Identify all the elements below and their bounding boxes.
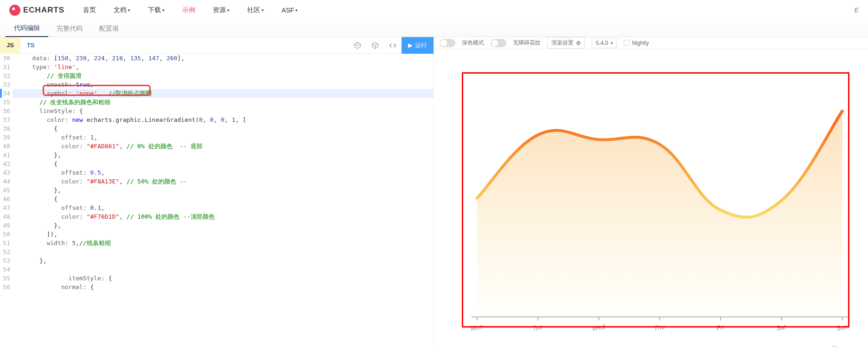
nav-item[interactable]: 文档▾	[114, 6, 130, 14]
code-line: normal: {	[13, 283, 434, 291]
run-label: 运行	[415, 41, 427, 50]
box-icon[interactable]	[366, 37, 384, 54]
nav-item[interactable]: 资源▾	[213, 6, 230, 14]
chart-annotation-box	[462, 72, 849, 328]
code-line: // 改变线条的颜色和粗细	[13, 98, 434, 107]
code-line: },	[13, 256, 434, 265]
code-line: {	[13, 124, 434, 133]
render-setting-label: 渲染设置	[551, 39, 574, 47]
code-line	[13, 265, 434, 274]
gear-icon: ⚙	[576, 40, 581, 46]
main: JS TS ▶ 运行 30313233343536373839404142434…	[0, 37, 868, 347]
code-line: color: "#F76D1D", // 100% 处的颜色 --顶部颜色	[13, 212, 434, 221]
code-line: width: 5,//线条粗细	[13, 239, 434, 247]
dark-mode-label: 深色模式	[462, 39, 484, 47]
version-label: 5.4.0	[596, 40, 608, 46]
nav-item[interactable]: 社区▾	[247, 6, 264, 14]
lang-tab-js[interactable]: JS	[0, 37, 20, 54]
chevron-down-icon: ▾	[128, 8, 130, 13]
code-line: ]),	[13, 230, 434, 239]
code-line: },	[13, 151, 434, 159]
code-line: color: "#F8A13E", // 50% 处的颜色 --	[13, 177, 434, 186]
code-line: offset: 1,	[13, 133, 434, 142]
dark-mode-toggle[interactable]	[440, 39, 455, 47]
top-nav: ECHARTS 首页文档▾下载▾示例资源▾社区▾ASF▾ E	[0, 0, 868, 20]
svg-line-1	[354, 44, 357, 46]
nav-item[interactable]: 下载▾	[148, 6, 165, 14]
preview-toolbar: 深色模式 无障碍花纹 渲染设置 ⚙ 5.4.0 ▾ Nightly	[434, 37, 868, 49]
right-edge-text: E	[855, 6, 859, 14]
code-line: },	[13, 186, 434, 195]
code-line: symbol: 'none', //取消折点圆圈	[13, 89, 434, 98]
lang-tab-ts[interactable]: TS	[20, 37, 41, 54]
codepen-icon[interactable]	[349, 37, 366, 54]
chevron-down-icon: ▾	[227, 8, 230, 13]
watermark-yuucn: Yuucn.com	[833, 345, 862, 347]
right-pane: 深色模式 无障碍花纹 渲染设置 ⚙ 5.4.0 ▾ Nightly MonTue…	[434, 37, 868, 347]
left-pane: JS TS ▶ 运行 30313233343536373839404142434…	[0, 37, 434, 347]
chevron-down-icon: ▾	[295, 8, 298, 13]
a11y-label: 无障碍花纹	[513, 39, 541, 47]
nightly-checkbox[interactable]	[624, 40, 630, 46]
code-line: type: 'line',	[13, 63, 434, 71]
chevron-down-icon: ▾	[611, 41, 613, 45]
chevron-down-icon: ▾	[262, 8, 264, 13]
play-icon: ▶	[408, 42, 413, 49]
code-editor[interactable]: 3031323334353637383940414243444546474849…	[0, 54, 434, 347]
line-gutter: 3031323334353637383940414243444546474849…	[0, 54, 13, 291]
nav-item[interactable]: 示例	[182, 6, 195, 14]
code-toolbar: JS TS ▶ 运行	[0, 37, 434, 54]
nightly-label: Nightly	[632, 40, 649, 46]
sub-tab[interactable]: 代码编辑	[6, 20, 48, 37]
code-line: {	[13, 195, 434, 203]
code-line: color: new echarts.graphic.LinearGradien…	[13, 115, 434, 124]
code-line: data: [150, 230, 224, 218, 135, 147, 260…	[13, 54, 434, 63]
code-icon[interactable]	[384, 37, 402, 54]
logo-icon	[9, 5, 20, 16]
run-button[interactable]: ▶ 运行	[402, 37, 434, 54]
code-line: },	[13, 221, 434, 230]
code-line	[13, 247, 434, 256]
logo[interactable]: ECHARTS	[9, 5, 64, 16]
a11y-toggle[interactable]	[491, 39, 506, 47]
svg-line-2	[357, 44, 361, 46]
chevron-down-icon: ▾	[162, 8, 165, 13]
code-area: data: [150, 230, 224, 218, 135, 147, 260…	[13, 54, 434, 291]
sub-nav: 代码编辑完整代码配置项	[0, 20, 868, 37]
code-line: offset: 0.1,	[13, 203, 434, 212]
code-line: smooth: true,	[13, 80, 434, 89]
sub-tab[interactable]: 配置项	[91, 20, 127, 37]
sub-tab[interactable]: 完整代码	[48, 20, 91, 37]
render-setting-select[interactable]: 渲染设置 ⚙	[547, 37, 585, 49]
code-line: offset: 0.5,	[13, 168, 434, 177]
code-line: color: "#FAD861", // 0% 处的颜色 -- 底部	[13, 142, 434, 151]
code-line: itemStyle: {	[13, 274, 434, 283]
code-line: lineStyle: {	[13, 107, 434, 115]
code-line: // 变得圆滑	[13, 71, 434, 80]
nav-item[interactable]: ASF▾	[281, 6, 298, 14]
code-line: {	[13, 159, 434, 168]
nav-item[interactable]: 首页	[83, 6, 96, 14]
version-select[interactable]: 5.4.0 ▾	[592, 38, 617, 48]
nav-items: 首页文档▾下载▾示例资源▾社区▾ASF▾	[83, 6, 298, 14]
nightly-row[interactable]: Nightly	[624, 40, 649, 46]
logo-text: ECHARTS	[23, 6, 64, 15]
chart-preview: MonTueWedThuFriSatSun Yuucn.com CSDN @慕白…	[434, 49, 868, 347]
tool-icons: ▶ 运行	[349, 37, 434, 53]
